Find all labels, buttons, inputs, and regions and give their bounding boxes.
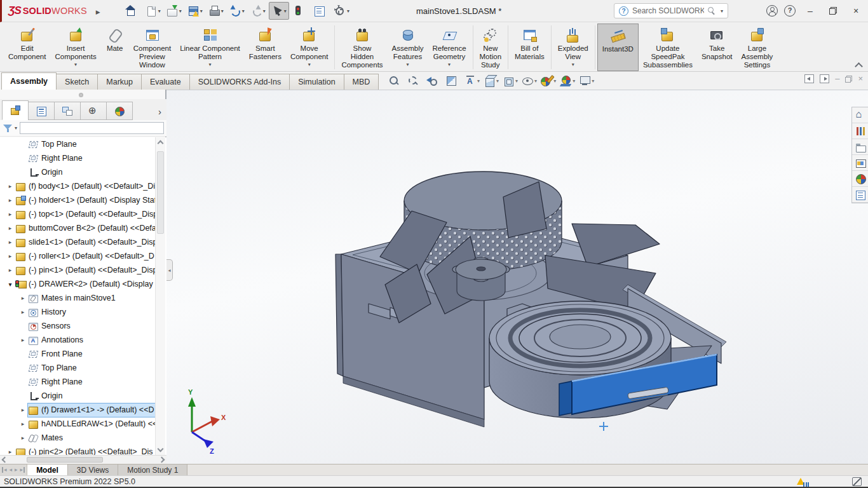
previous-pane-icon[interactable]: [804, 74, 814, 83]
linear-component-pattern-button[interactable]: Linear Component Pattern ▾: [175, 24, 245, 71]
zoom-area-button[interactable]: ▾: [405, 74, 424, 88]
tree-item[interactable]: hANDLLEdRAW<1> (Default) <<: [0, 417, 156, 431]
file-explorer-button[interactable]: [852, 139, 868, 155]
next-pane-icon[interactable]: [820, 74, 829, 83]
assembly-features-button[interactable]: Assembly Features ▾: [388, 24, 428, 71]
scroll-left-icon[interactable]: [2, 457, 8, 463]
zoom-fit-button[interactable]: ▾: [386, 74, 405, 88]
tree-item[interactable]: Origin: [0, 165, 156, 179]
next-tab-icon[interactable]: ▸: [15, 467, 18, 473]
graphics-viewport[interactable]: Y X Z: [166, 90, 868, 464]
previous-tab-icon[interactable]: ◂: [10, 467, 13, 473]
tree-item[interactable]: (f) Drawer1<1> -> (Default) <<D: [0, 403, 156, 417]
tree-item[interactable]: Front Plane: [0, 347, 156, 361]
tag-editing-icon[interactable]: [852, 477, 862, 486]
dropdown-caret-icon[interactable]: ▾: [407, 62, 409, 67]
tree-item[interactable]: Mates in mainStove1: [0, 291, 156, 305]
tab-markup[interactable]: Markup: [97, 74, 142, 90]
scroll-up-icon[interactable]: [158, 140, 164, 147]
dropdown-caret-icon[interactable]: ▾: [515, 78, 518, 84]
tree-item[interactable]: (-) pin<2> (Default) <<Default>_Dis: [0, 445, 156, 455]
reference-geometry-button[interactable]: Reference Geometry ▾: [428, 24, 470, 71]
dropdown-caret-icon[interactable]: ▾: [496, 78, 499, 84]
previous-view-button[interactable]: ▾: [424, 74, 443, 88]
tree-item[interactable]: (-) pin<1> (Default) <<Default>_Disp: [0, 263, 156, 277]
expand-arrow-icon[interactable]: [5, 281, 15, 288]
dropdown-caret-icon[interactable]: ▾: [448, 62, 451, 67]
search-icon[interactable]: [708, 7, 715, 15]
displaymanager-tab[interactable]: [106, 102, 133, 120]
doc-restore-icon[interactable]: [845, 76, 852, 83]
last-tab-icon[interactable]: ▸: [20, 467, 25, 473]
home-tab-button[interactable]: [852, 107, 868, 123]
hide-show-items-button[interactable]: ▾: [520, 74, 538, 88]
expand-arrow-icon[interactable]: [5, 253, 15, 259]
tree-item[interactable]: (-) holder<1> (Default) <Display Stat: [0, 193, 156, 207]
expand-arrow-icon[interactable]: [5, 225, 15, 231]
dropdown-caret-icon[interactable]: ▾: [347, 8, 349, 14]
expand-arrow-icon[interactable]: [5, 211, 15, 217]
large-assembly-settings-button[interactable]: Large Assembly Settings ▾: [737, 24, 778, 71]
tree-item[interactable]: slide1<1> (Default) <<Default>_Disp: [0, 235, 156, 249]
dropdown-caret-icon[interactable]: ▾: [573, 78, 575, 84]
rebuild-indicator-icon[interactable]: [797, 477, 810, 487]
tree-item[interactable]: (-) DRAWER<2> (Default) <Display S: [0, 277, 156, 291]
panel-collapse-handle[interactable]: ◂: [166, 259, 173, 281]
redo-button[interactable]: ▾: [248, 2, 268, 20]
tab-mbd[interactable]: MBD: [344, 74, 379, 90]
doc-minimize-icon[interactable]: –: [835, 74, 839, 83]
update-speedpak-subassemblies-button[interactable]: Update SpeedPak Subassemblies ▾: [639, 24, 697, 71]
instant3d-button[interactable]: Instant3D ▾: [597, 24, 639, 71]
scroll-thumb[interactable]: [157, 151, 164, 234]
tree-item[interactable]: Right Plane: [0, 151, 156, 165]
expand-arrow-icon[interactable]: [18, 407, 28, 413]
tree-item[interactable]: History: [0, 305, 156, 319]
save-button[interactable]: ▾: [185, 2, 205, 20]
dropdown-caret-icon[interactable]: ▾: [477, 78, 480, 84]
tree-item[interactable]: Mates: [0, 431, 156, 445]
expand-arrow-icon[interactable]: [5, 239, 15, 245]
settings-button[interactable]: ▾: [332, 2, 352, 20]
tree-item[interactable]: (-) roller<1> (Default) <<Default>_D: [0, 249, 156, 263]
expand-arrow-icon[interactable]: [5, 197, 15, 203]
expand-arrow-icon[interactable]: [18, 295, 28, 301]
expand-arrow-icon[interactable]: [5, 267, 15, 273]
first-tab-icon[interactable]: ◂: [2, 467, 7, 473]
model-burner-hub[interactable]: [452, 257, 510, 301]
view-settings-button[interactable]: ▾: [577, 74, 595, 88]
restore-button[interactable]: [825, 4, 841, 18]
tree-item[interactable]: (-) top<1> (Default) <<Default>_Disp: [0, 207, 156, 221]
search-input[interactable]: Search SOLIDWORKS Help: [632, 6, 704, 15]
tree-item[interactable]: Origin: [0, 389, 156, 403]
undo-button[interactable]: ▾: [227, 2, 247, 20]
dropdown-caret-icon[interactable]: ▾: [284, 8, 287, 14]
featuremanager-tab[interactable]: [2, 100, 29, 120]
ribbon-collapse-chevron-icon[interactable]: [856, 62, 862, 68]
edit-appearance-button[interactable]: ▾: [539, 74, 557, 88]
home-button[interactable]: ▾: [122, 2, 142, 20]
custom-properties-button[interactable]: [852, 187, 868, 203]
exploded-view-button[interactable]: Exploded View ▾: [553, 24, 593, 71]
view-palette-button[interactable]: [852, 155, 868, 171]
smart-fasteners-button[interactable]: Smart Fasteners ▾: [245, 24, 286, 71]
propertymanager-tab[interactable]: [28, 102, 55, 120]
dropdown-caret-icon[interactable]: ▾: [263, 8, 266, 14]
selection-filter-button[interactable]: ▾: [290, 2, 310, 20]
dropdown-caret-icon[interactable]: ▾: [592, 78, 594, 84]
section-view-button[interactable]: ▾: [444, 74, 462, 88]
expand-arrow-icon[interactable]: [18, 337, 28, 343]
tab-solidworks-add-ins[interactable]: SOLIDWORKS Add-Ins: [189, 74, 290, 90]
mate-button[interactable]: Mate ▾: [101, 24, 129, 71]
tree-item[interactable]: (f) body<1> (Default) <<Default>_Di: [0, 179, 156, 193]
appearances-scenes-button[interactable]: [852, 171, 868, 187]
dimxpertmanager-tab[interactable]: [80, 102, 107, 120]
scroll-right-icon[interactable]: [159, 457, 165, 463]
user-account-icon[interactable]: [766, 5, 778, 17]
dropdown-caret-icon[interactable]: ▾: [572, 62, 574, 67]
annotation-visibility-button[interactable]: ▾: [463, 74, 481, 88]
dropdown-caret-icon[interactable]: ▾: [208, 62, 211, 67]
doc-close-icon[interactable]: ×: [858, 74, 863, 83]
configurationmanager-tab[interactable]: [54, 102, 81, 120]
tab-simulation[interactable]: Simulation: [289, 74, 344, 90]
filter-caret-icon[interactable]: ▾: [15, 125, 17, 131]
